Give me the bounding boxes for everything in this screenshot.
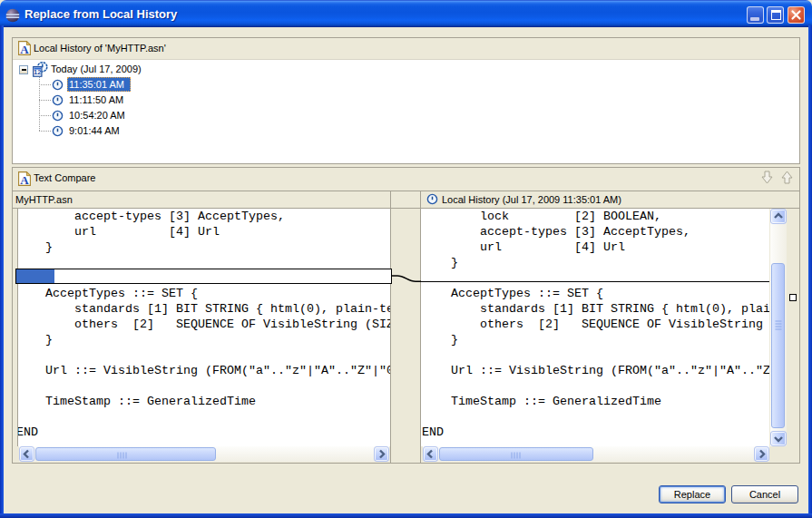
svg-text:A: A	[20, 173, 29, 186]
svg-text:A: A	[20, 43, 29, 55]
svg-text:12: 12	[34, 68, 41, 76]
